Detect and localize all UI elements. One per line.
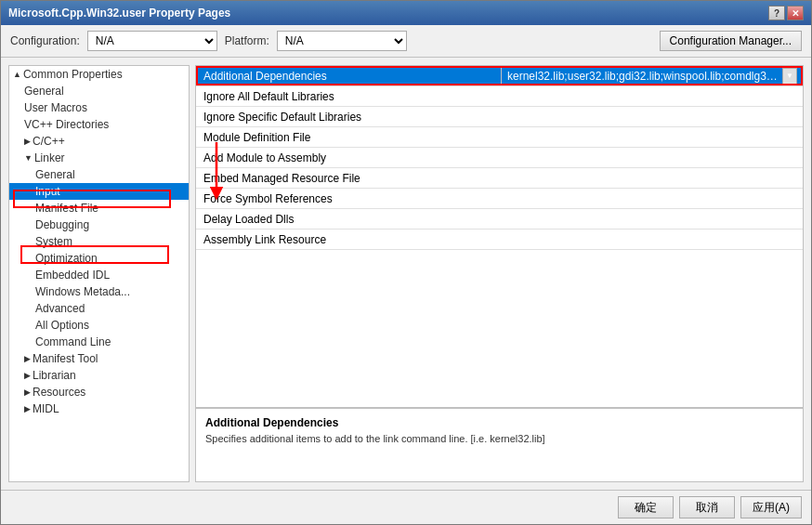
property-name: Add Module to Assembly (196, 151, 501, 164)
sidebar-item-label: Resources (33, 386, 85, 399)
right-panel: Additional Dependencies kernel32.lib;use… (195, 65, 804, 482)
bottom-bar: 确定 取消 应用(A) (1, 490, 811, 524)
configuration-label: Configuration: (10, 34, 80, 47)
sidebar-item-resources[interactable]: ▶ Resources (9, 384, 189, 400)
sidebar-item-label: Linker (34, 151, 65, 164)
sidebar-item-midl[interactable]: ▶ MIDL (9, 400, 189, 417)
sidebar-item-user-macros[interactable]: User Macros (9, 99, 189, 116)
property-value: kernel32.lib;user32.lib;gdi32.lib;winspo… (501, 68, 803, 85)
left-panel: ▲ Common Properties General User Macros … (8, 65, 190, 482)
property-dropdown-button[interactable]: ▼ (782, 68, 797, 85)
property-name: Additional Dependencies (196, 70, 501, 83)
sidebar-item-manifest-file[interactable]: Manifest File (9, 200, 189, 217)
close-button[interactable]: ✕ (787, 6, 804, 20)
apply-button[interactable]: 应用(A) (740, 496, 802, 518)
property-name: Ignore All Default Libraries (196, 90, 501, 103)
sidebar-item-label: System (35, 235, 72, 248)
sidebar-item-librarian[interactable]: ▶ Librarian (9, 367, 189, 384)
configuration-manager-button[interactable]: Configuration Manager... (660, 31, 802, 51)
description-panel: Additional Dependencies Specifies additi… (196, 407, 803, 481)
description-text: Specifies additional items to add to the… (205, 433, 793, 444)
sidebar-item-linker-input[interactable]: Input (9, 183, 189, 200)
property-name: Assembly Link Resource (196, 233, 501, 246)
sidebar-item-vcpp-directories[interactable]: VC++ Directories (9, 116, 189, 133)
property-row-additional-deps[interactable]: Additional Dependencies kernel32.lib;use… (196, 66, 803, 86)
property-value-text: kernel32.lib;user32.lib;gdi32.lib;winspo… (507, 70, 782, 83)
window-title: Microsoft.Cpp.Win32.user Property Pages (8, 7, 230, 20)
sidebar-item-linker-general[interactable]: General (9, 166, 189, 183)
property-row-assembly-link[interactable]: Assembly Link Resource (196, 230, 803, 250)
platform-select[interactable]: N/A (277, 31, 407, 51)
title-bar: Microsoft.Cpp.Win32.user Property Pages … (1, 1, 811, 25)
property-row-ignore-specific[interactable]: Ignore Specific Default Libraries (196, 107, 803, 127)
sidebar-item-label: Command Line (35, 335, 111, 348)
sidebar-item-advanced[interactable]: Advanced (9, 300, 189, 317)
expand-arrow: ▲ (13, 70, 21, 79)
sidebar-item-common-properties[interactable]: ▲ Common Properties (9, 66, 189, 83)
expand-arrow: ▶ (24, 371, 31, 380)
expand-arrow: ▼ (24, 153, 33, 163)
property-row-force-symbol[interactable]: Force Symbol References (196, 189, 803, 209)
sidebar-item-label: General (35, 168, 75, 181)
title-bar-buttons: ? ✕ (768, 6, 804, 20)
sidebar-item-label: Input (35, 185, 60, 198)
help-button[interactable]: ? (768, 6, 785, 20)
sidebar-item-label: Embedded IDL (35, 269, 110, 282)
sidebar-item-label: Librarian (33, 369, 76, 382)
sidebar-item-label: User Macros (24, 101, 87, 114)
property-row-add-module[interactable]: Add Module to Assembly (196, 148, 803, 168)
sidebar-item-general[interactable]: General (9, 83, 189, 99)
ok-button[interactable]: 确定 (618, 496, 674, 518)
property-name: Module Definition File (196, 131, 501, 144)
property-row-embed-managed[interactable]: Embed Managed Resource File (196, 168, 803, 189)
sidebar-item-label: Common Properties (23, 68, 123, 81)
sidebar-item-label: C/C++ (33, 135, 65, 148)
expand-arrow: ▶ (24, 387, 31, 397)
sidebar-item-label: Windows Metada... (35, 285, 130, 298)
sidebar-item-system[interactable]: System (9, 233, 189, 250)
sidebar-item-all-options[interactable]: All Options (9, 317, 189, 334)
property-name: Embed Managed Resource File (196, 172, 501, 185)
config-bar: Configuration: N/A Platform: N/A Configu… (1, 25, 811, 58)
sidebar-item-label: Manifest Tool (33, 352, 98, 365)
platform-label: Platform: (225, 34, 269, 47)
main-content: ▲ Common Properties General User Macros … (1, 58, 811, 490)
sidebar-item-windows-metadata[interactable]: Windows Metada... (9, 283, 189, 300)
sidebar-item-optimization[interactable]: Optimization (9, 250, 189, 267)
sidebar-item-label: Debugging (35, 218, 89, 231)
sidebar-item-debugging[interactable]: Debugging (9, 217, 189, 233)
property-pages-window: Microsoft.Cpp.Win32.user Property Pages … (0, 0, 812, 525)
property-name: Ignore Specific Default Libraries (196, 111, 501, 124)
expand-arrow: ▶ (24, 404, 31, 413)
property-name: Delay Loaded Dlls (196, 213, 501, 226)
sidebar-item-label: Optimization (35, 252, 98, 265)
property-row-module-def[interactable]: Module Definition File (196, 127, 803, 148)
sidebar-item-label: Manifest File (35, 202, 98, 215)
cancel-button[interactable]: 取消 (679, 496, 735, 518)
sidebar-item-linker[interactable]: ▼ Linker (9, 150, 189, 166)
sidebar-item-cpp[interactable]: ▶ C/C++ (9, 133, 189, 150)
sidebar-item-label: MIDL (33, 402, 59, 415)
sidebar-item-command-line[interactable]: Command Line (9, 334, 189, 350)
property-row-ignore-all[interactable]: Ignore All Default Libraries (196, 86, 803, 107)
property-row-delay-loaded[interactable]: Delay Loaded Dlls (196, 209, 803, 230)
sidebar-item-manifest-tool[interactable]: ▶ Manifest Tool (9, 350, 189, 367)
configuration-select[interactable]: N/A (87, 31, 217, 51)
property-name: Force Symbol References (196, 192, 501, 205)
expand-arrow: ▶ (24, 137, 31, 146)
description-title: Additional Dependencies (205, 416, 793, 429)
sidebar-item-label: Advanced (35, 302, 85, 315)
expand-arrow: ▶ (24, 354, 31, 363)
sidebar-item-label: All Options (35, 319, 89, 332)
sidebar-item-label: General (24, 85, 64, 98)
property-grid: Additional Dependencies kernel32.lib;use… (196, 66, 803, 407)
sidebar-item-label: VC++ Directories (24, 118, 109, 131)
sidebar-item-embedded-idl[interactable]: Embedded IDL (9, 267, 189, 283)
